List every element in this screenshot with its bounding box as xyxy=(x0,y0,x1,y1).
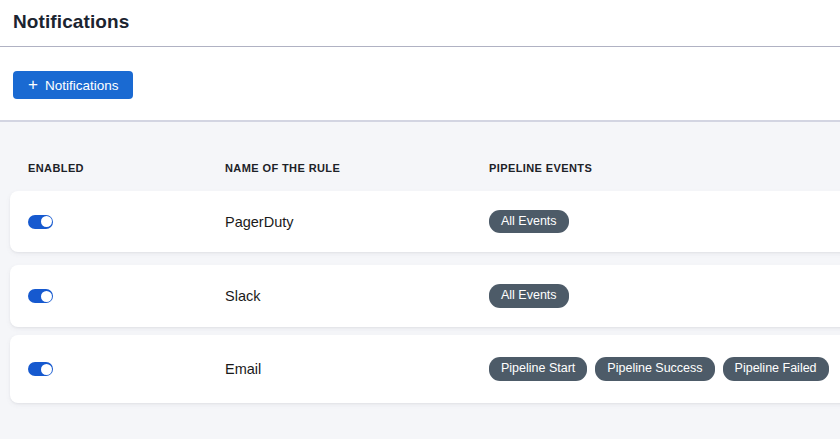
events-cell: All Events xyxy=(489,284,840,308)
event-badge: Pipeline Success xyxy=(595,357,714,381)
rule-name: Email xyxy=(225,361,489,377)
column-header-rule-name: NAME OF THE RULE xyxy=(225,162,489,174)
enabled-toggle[interactable] xyxy=(28,362,53,376)
table-header-row: ENABLED NAME OF THE RULE PIPELINE EVENTS xyxy=(0,122,840,191)
event-badge: All Events xyxy=(489,284,569,308)
event-badge: All Events xyxy=(489,210,569,234)
notification-rule-row: Slack All Events xyxy=(10,265,840,327)
column-header-enabled: ENABLED xyxy=(28,162,225,174)
notification-rule-row: Email Pipeline StartPipeline SuccessPipe… xyxy=(10,335,840,403)
enabled-toggle[interactable] xyxy=(28,215,53,229)
enabled-toggle[interactable] xyxy=(28,289,53,303)
page-title: Notifications xyxy=(13,11,827,33)
events-cell: Pipeline StartPipeline SuccessPipeline F… xyxy=(489,357,840,381)
add-notifications-label: Notifications xyxy=(45,78,119,93)
events-cell: All Events xyxy=(489,210,840,234)
plus-icon: + xyxy=(28,76,38,93)
rule-name: PagerDuty xyxy=(225,214,489,230)
column-header-pipeline-events: PIPELINE EVENTS xyxy=(489,162,840,174)
page-header: Notifications xyxy=(0,0,840,47)
enabled-cell xyxy=(28,362,225,376)
notification-rule-row: PagerDuty All Events xyxy=(10,191,840,252)
enabled-cell xyxy=(28,289,225,303)
rule-name: Slack xyxy=(225,288,489,304)
notifications-table: ENABLED NAME OF THE RULE PIPELINE EVENTS… xyxy=(0,120,840,439)
table-body: PagerDuty All Events Slack All Events Em… xyxy=(0,191,840,403)
toolbar: + Notifications xyxy=(0,47,840,120)
event-badge: Pipeline Start xyxy=(489,357,587,381)
event-badge: Pipeline Failed xyxy=(723,357,829,381)
add-notifications-button[interactable]: + Notifications xyxy=(13,71,133,99)
enabled-cell xyxy=(28,215,225,229)
